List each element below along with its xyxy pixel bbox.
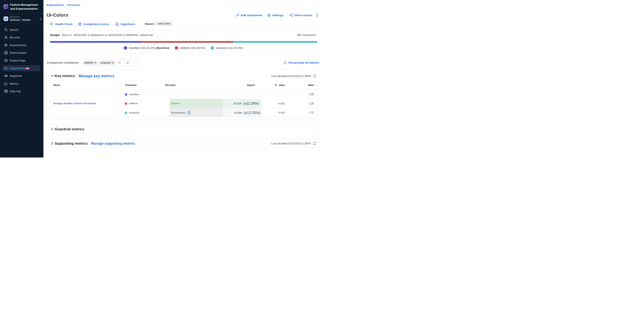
svg-text:?: ?	[188, 112, 190, 114]
